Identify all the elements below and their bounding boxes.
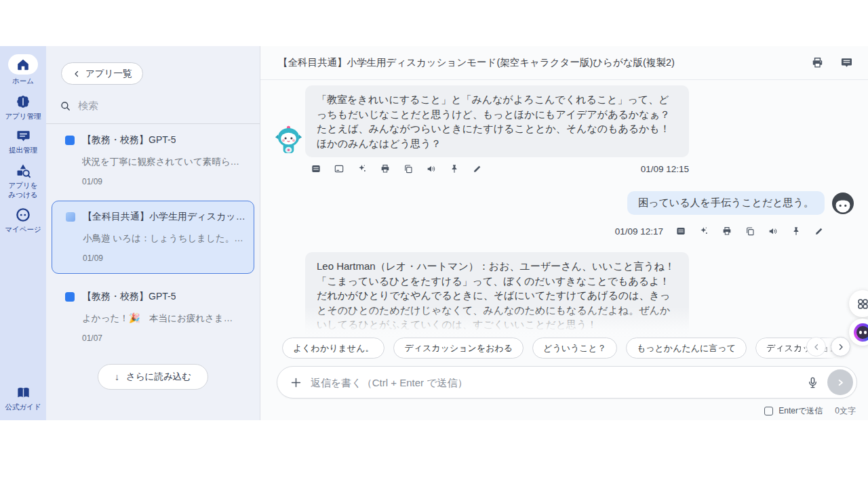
ai-face-icon xyxy=(856,326,868,339)
reply-input[interactable] xyxy=(311,377,806,388)
message-toolbar: 01/09 12:17 xyxy=(615,225,825,237)
screen: ホーム アプリ管理 提出管理 アプリを みつける マイページ 公式ガイド アプリ… xyxy=(0,0,868,488)
edit-icon[interactable] xyxy=(814,226,825,237)
chat-date: 01/07 xyxy=(82,333,249,343)
user-message: 困っている人を手伝うことだと思う。 xyxy=(627,191,825,215)
chat-preview: 小鳥遊 いろは：しょうちしました。… xyxy=(83,232,245,245)
user-avatar xyxy=(831,192,854,215)
grid-icon xyxy=(856,298,868,310)
find-apps-icon xyxy=(15,163,31,179)
main-header: 【全科目共通】小学生用ディスカッションモード(架空キャラクター版)ひらがな版(複… xyxy=(260,46,868,80)
chat-preview: 状況を丁寧に観察されていて素晴ら… xyxy=(82,156,249,168)
enter-send-checkbox[interactable] xyxy=(764,407,773,415)
nav-item-home[interactable]: ホーム xyxy=(8,54,38,86)
char-count: 0文字 xyxy=(835,405,856,417)
chat-list-item[interactable]: 【教務・校務】GPT-5 状況を丁寧に観察されていて素晴ら… 01/09 xyxy=(46,124,260,197)
enter-send-label: Enterで送信 xyxy=(778,405,823,417)
assistant-message: 「教室をきれいにすること」と「みんながよろこんでくれること」って、どっちもだいじ… xyxy=(305,85,689,157)
chat-date: 01/09 xyxy=(83,253,245,263)
pin-icon[interactable] xyxy=(791,226,802,237)
assistant-message: Leo Hartman（レオ・ハートマン）：おお、ユーザーさん、いいこと言うね！… xyxy=(305,252,689,339)
app-list-back-button[interactable]: アプリ一覧 xyxy=(61,62,143,85)
copy-icon[interactable] xyxy=(403,163,414,174)
home-icon xyxy=(16,57,31,72)
app-window: ホーム アプリ管理 提出管理 アプリを みつける マイページ 公式ガイド アプリ… xyxy=(0,46,868,420)
chat-date: 01/09 xyxy=(82,177,249,186)
speaker-icon[interactable] xyxy=(768,226,778,237)
composer xyxy=(277,366,857,399)
nav-item-app-manage[interactable]: アプリ管理 xyxy=(5,94,41,121)
message-timestamp: 01/09 12:15 xyxy=(641,164,689,174)
speaker-icon[interactable] xyxy=(426,163,437,174)
nav-item-submission[interactable]: 提出管理 xyxy=(9,128,37,155)
chat-list-item[interactable]: 【教務・校務】GPT-5 よかった！🎉 本当にお疲れさま… 01/07 xyxy=(46,281,260,353)
nav-item-find-apps[interactable]: アプリを みつける xyxy=(9,163,38,199)
submission-icon xyxy=(16,128,31,144)
note-icon[interactable] xyxy=(675,226,686,237)
nav-item-mypage[interactable]: マイページ xyxy=(5,207,41,235)
chevron-left-icon xyxy=(812,343,821,351)
quick-reply-prev-button[interactable] xyxy=(806,337,826,357)
quick-reply-button[interactable]: どういうこと？ xyxy=(532,338,617,359)
nav-label-mypage: マイページ xyxy=(5,225,41,235)
note-icon[interactable] xyxy=(311,163,321,174)
conversation-title: 【全科目共通】小学生用ディスカッションモード(架空キャラクター版)ひらがな版(複… xyxy=(278,56,811,69)
chat-area: 「教室をきれいにすること」と「みんながよろこんでくれること」って、どっちもだいじ… xyxy=(260,80,868,420)
print-icon[interactable] xyxy=(811,56,824,69)
load-more-label: さらに読み込む xyxy=(126,371,191,383)
edit-icon[interactable] xyxy=(472,163,483,174)
apps-grid-button[interactable] xyxy=(849,290,868,317)
message-timestamp: 01/09 12:17 xyxy=(615,226,663,237)
left-nav: ホーム アプリ管理 提出管理 アプリを みつける マイページ 公式ガイド xyxy=(0,46,46,420)
back-button-label: アプリ一覧 xyxy=(85,68,132,80)
search-input[interactable]: 検索 xyxy=(60,100,260,113)
quick-reply-button[interactable]: よくわかりません。 xyxy=(282,338,384,359)
send-arrow-icon xyxy=(835,378,846,388)
print-icon[interactable] xyxy=(380,163,391,174)
load-more-button[interactable]: ↓ さらに読み込む xyxy=(98,364,208,390)
search-placeholder: 検索 xyxy=(78,100,98,113)
plus-icon[interactable] xyxy=(290,376,302,389)
search-icon xyxy=(60,100,71,112)
sparkles-icon[interactable] xyxy=(357,163,368,174)
app-manage-icon xyxy=(15,94,31,110)
send-button[interactable] xyxy=(827,369,853,395)
nav-label-submission: 提出管理 xyxy=(9,146,37,155)
chat-list-item-selected[interactable]: 【全科目共通】小学生用ディスカッ… 小鳥遊 いろは：しょうちしました。… 01/… xyxy=(52,201,254,274)
chat-color-square xyxy=(66,212,75,222)
chevron-left-icon xyxy=(73,70,81,78)
copy-icon[interactable] xyxy=(745,226,755,237)
chat-title: 【教務・校務】GPT-5 xyxy=(82,291,176,303)
chevron-right-icon xyxy=(837,343,845,351)
nav-label-find-apps: アプリを みつける xyxy=(9,181,38,199)
chat-title: 【教務・校務】GPT-5 xyxy=(82,134,176,146)
mypage-icon xyxy=(15,207,31,223)
quick-reply-button[interactable]: ディスカッションをおわる xyxy=(393,338,524,359)
nav-label-home: ホーム xyxy=(12,77,34,86)
quick-reply-button[interactable]: ディスカッションの xyxy=(755,338,842,359)
quick-reply-next-button[interactable] xyxy=(831,337,850,357)
guide-book-icon xyxy=(16,385,31,401)
nav-item-guide[interactable]: 公式ガイド xyxy=(5,385,41,412)
home-active-pill xyxy=(8,54,38,75)
nav-label-app-manage: アプリ管理 xyxy=(5,112,41,121)
comment-icon[interactable] xyxy=(840,56,853,69)
quick-reply-button[interactable]: もっとかんたんに言って xyxy=(626,338,747,359)
sparkles-icon[interactable] xyxy=(698,226,709,237)
chat-title: 【全科目共通】小学生用ディスカッ… xyxy=(83,211,245,223)
chat-color-square xyxy=(65,136,75,145)
composer-footer: Enterで送信 0文字 xyxy=(764,405,856,417)
print-icon[interactable] xyxy=(722,226,732,237)
down-arrow-icon: ↓ xyxy=(115,371,119,382)
pin-icon[interactable] xyxy=(449,163,460,174)
prompt-box-icon[interactable] xyxy=(334,163,344,174)
nav-label-guide: 公式ガイド xyxy=(5,403,41,412)
chat-list-sidebar: アプリ一覧 検索 【教務・校務】GPT-5 状況を丁寧に観察されていて素晴ら… … xyxy=(46,46,260,420)
ai-gradient-ring xyxy=(854,323,868,342)
main-panel: 【全科目共通】小学生用ディスカッションモード(架空キャラクター版)ひらがな版(複… xyxy=(260,46,868,420)
quick-reply-row: よくわかりません。 ディスカッションをおわる どういうこと？ もっとかんたんに言… xyxy=(282,338,868,359)
mic-icon[interactable] xyxy=(806,376,819,389)
chat-color-square xyxy=(65,292,75,302)
bot-avatar xyxy=(273,125,304,155)
chat-preview: よかった！🎉 本当にお疲れさま… xyxy=(82,312,249,325)
